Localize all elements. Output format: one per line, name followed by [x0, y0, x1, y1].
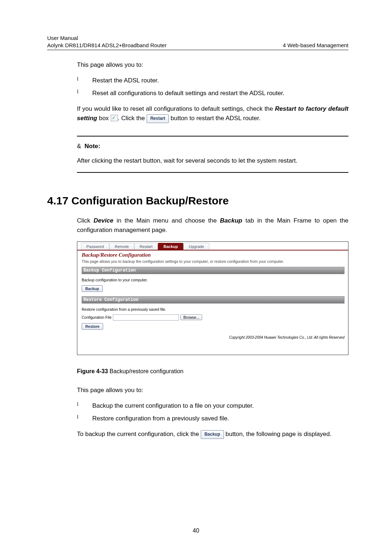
list-item-label: Backup the current configuration to a fi…: [92, 401, 254, 411]
config-page-title: Backup/Restore Configuration: [82, 252, 344, 258]
list-item: l Restore configuration from a previousl…: [77, 414, 348, 423]
paragraph-open-backup: Click Device in the Main menu and choose…: [77, 216, 348, 235]
list-item: l Reset all configurations to default se…: [77, 89, 348, 98]
tab-bar: Password Remote Restart Backup Upgrade: [77, 242, 348, 250]
note-heading: & Note:: [77, 143, 348, 150]
tab-upgrade[interactable]: Upgrade: [183, 243, 209, 250]
bullet-icon: l: [77, 76, 78, 85]
list-item-label: Reset all configurations to default sett…: [92, 89, 285, 98]
tab-backup[interactable]: Backup: [158, 243, 183, 250]
bullet-icon: l: [77, 414, 78, 423]
list-item-label: Restore configuration from a previously …: [92, 414, 229, 423]
intro-text-2: This page allows you to:: [77, 386, 348, 395]
restore-button[interactable]: Restore: [82, 323, 103, 330]
backup-button[interactable]: Backup: [82, 285, 103, 292]
restart-button-inline: Restart: [147, 114, 169, 123]
checkbox-icon: [111, 115, 118, 121]
bullet-icon: l: [77, 89, 78, 98]
manual-subtitle: Aolynk DR811/DR814 ADSL2+Broadband Route…: [47, 42, 167, 49]
header-rule: [47, 50, 348, 50]
screenshot-frame: Password Remote Restart Backup Upgrade B…: [77, 241, 348, 355]
tab-password[interactable]: Password: [81, 243, 109, 250]
figure-caption: Figure 4-33 Backup/restore configuration: [77, 368, 348, 375]
copyright-text: Copyright 2003-2004 Huawei Technologies …: [82, 335, 344, 339]
paragraph-restart: If you would like to reset all configura…: [77, 104, 348, 123]
note-rule-top: [77, 136, 348, 137]
section-backup-header: Backup Configuration: [82, 267, 344, 274]
note-rule-bottom: [77, 172, 348, 173]
config-page-subtitle: This page allows you to backup the confi…: [82, 259, 344, 264]
chapter-label: 4 Web-based Management: [283, 42, 348, 49]
list-item: l Backup the current configuration to a …: [77, 401, 348, 411]
backup-button-inline: Backup: [201, 430, 224, 439]
section-heading: 4.17 Configuration Backup/Restore: [47, 195, 348, 207]
backup-description: Backup configuration to your computer.: [82, 278, 344, 282]
bullet-icon: l: [77, 401, 78, 411]
page-number: 40: [0, 527, 392, 534]
list-item-label: Restart the ADSL router.: [92, 76, 159, 85]
restore-description: Restore configuration from a previously …: [82, 307, 344, 311]
note-body: After clicking the restart button, wait …: [77, 156, 348, 166]
section-restore-header: Restore Configuration: [82, 296, 344, 304]
manual-title: User Manual: [47, 34, 167, 42]
config-file-input[interactable]: [113, 314, 179, 321]
tab-remote[interactable]: Remote: [109, 243, 134, 250]
config-file-label: Configuration File: [82, 315, 111, 319]
page-header: User Manual Aolynk DR811/DR814 ADSL2+Bro…: [47, 34, 348, 50]
browse-button[interactable]: Browse...: [180, 314, 202, 320]
intro-text: This page allows you to:: [77, 60, 348, 70]
tab-restart[interactable]: Restart: [134, 243, 158, 250]
paragraph-backup-click: To backup the current configuration, cli…: [77, 429, 348, 439]
list-item: l Restart the ADSL router.: [77, 76, 348, 85]
